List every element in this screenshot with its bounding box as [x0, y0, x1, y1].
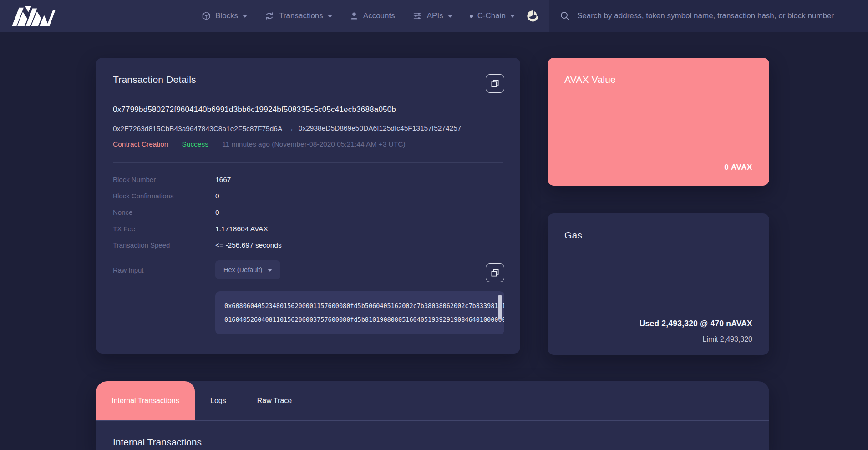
tab-internal-transactions[interactable]: Internal Transactions — [96, 381, 195, 420]
chevron-down-icon — [448, 15, 452, 18]
row-block-number: Block Number 1667 — [113, 176, 503, 192]
transaction-type: Contract Creation — [113, 140, 168, 148]
row-transaction-speed: Transaction Speed <= -256.697 seconds — [113, 241, 503, 258]
encoding-select[interactable]: Hex (Default) — [215, 260, 280, 279]
copy-raw-input-button[interactable] — [486, 263, 504, 282]
search-input[interactable] — [577, 11, 859, 20]
gas-card: Gas Used 2,493,320 @ 470 nAVAX Limit 2,4… — [548, 213, 769, 355]
transaction-details-card: Transaction Details 0x7799bd580272f96041… — [96, 58, 520, 354]
transaction-timestamp: 11 minutes ago (November-08-2020 05:21:4… — [222, 140, 406, 148]
transaction-addresses: 0x2E7263d815CbB43a9647843C8a1e2F5c87F75d… — [113, 124, 503, 133]
nav-label-accounts: Accounts — [363, 11, 395, 20]
nav-item-chain-selector[interactable]: C-Chain — [470, 11, 515, 20]
avalanche-logo-icon — [12, 6, 56, 26]
top-navbar: Blocks Transactions Accounts APIs — [0, 0, 868, 32]
row-block-confirmations: Block Confirmations 0 — [113, 192, 503, 208]
avax-value-title: AVAX Value — [564, 74, 752, 85]
transaction-details-title: Transaction Details — [113, 74, 503, 85]
gas-title: Gas — [564, 230, 752, 241]
divider — [113, 162, 503, 163]
chain-dot-icon — [470, 15, 473, 18]
copy-hash-button[interactable] — [486, 74, 504, 93]
moon-icon — [527, 10, 539, 22]
encoding-selected-value: Hex (Default) — [223, 266, 262, 273]
row-value: <= -256.697 seconds — [215, 241, 282, 249]
row-label: Block Number — [113, 176, 215, 183]
to-address-link[interactable]: 0x2938eD5D869e50DA6f125dfc45F13157f52742… — [299, 124, 462, 133]
global-search — [549, 0, 868, 32]
nav-label-transactions: Transactions — [279, 11, 323, 20]
raw-input-line: 0160405260408110156200003757600080fd5b81… — [224, 313, 491, 326]
row-label: TX Fee — [113, 225, 215, 233]
transaction-status-line: Contract Creation Success 11 minutes ago… — [113, 140, 503, 148]
dark-mode-toggle[interactable] — [527, 10, 539, 22]
row-label: Nonce — [113, 208, 215, 216]
nav-label-blocks: Blocks — [215, 11, 238, 20]
row-value: 0 — [215, 192, 219, 200]
tab-bar: Internal Transactions Logs Raw Trace — [96, 381, 769, 421]
gas-used-value: Used 2,493,320 @ 470 nAVAX — [640, 319, 752, 329]
avax-amount: 0 AVAX — [724, 163, 752, 172]
detail-rows: Block Number 1667 Block Confirmations 0 … — [113, 176, 503, 258]
status-badge: Success — [182, 140, 208, 148]
row-tx-fee: TX Fee 1.1718604 AVAX — [113, 225, 503, 241]
nav-item-accounts[interactable]: Accounts — [350, 11, 395, 20]
nav-item-apis[interactable]: APIs — [412, 11, 452, 20]
raw-input-hex-box[interactable]: 0x60806040523480156200001157600080fd5b50… — [215, 291, 504, 334]
row-value: 0 — [215, 208, 219, 217]
search-icon — [559, 10, 570, 21]
person-icon — [350, 11, 359, 20]
copy-icon — [491, 268, 499, 277]
chevron-down-icon — [243, 15, 247, 18]
chevron-down-icon — [268, 269, 272, 272]
transfer-arrows-icon — [264, 11, 274, 20]
nav-label-c-chain: C-Chain — [477, 11, 506, 20]
tab-logs[interactable]: Logs — [195, 381, 242, 420]
copy-icon — [491, 79, 499, 88]
arrow-right-icon: → — [287, 125, 294, 133]
tab-raw-trace[interactable]: Raw Trace — [242, 381, 307, 420]
avax-value-card: AVAX Value 0 AVAX — [548, 58, 769, 186]
row-label: Block Confirmations — [113, 192, 215, 200]
row-value: 1667 — [215, 176, 231, 184]
nav-menu: Blocks Transactions Accounts APIs — [202, 11, 515, 20]
gas-limit-value: Limit 2,493,320 — [703, 335, 752, 344]
nav-item-blocks[interactable]: Blocks — [202, 11, 247, 20]
row-value: 1.1718604 AVAX — [215, 225, 268, 233]
row-nonce: Nonce 0 — [113, 208, 503, 225]
hex-box-scrollbar[interactable] — [498, 295, 502, 319]
nav-label-apis: APIs — [427, 11, 443, 20]
api-sliders-icon — [412, 11, 422, 20]
nav-item-transactions[interactable]: Transactions — [264, 11, 332, 20]
row-label: Transaction Speed — [113, 241, 215, 249]
transaction-hash: 0x7799bd580272f9604140b6991d3bb6c19924bf… — [113, 105, 503, 114]
raw-input-line: 0x60806040523480156200001157600080fd5b50… — [224, 299, 491, 313]
raw-input-label: Raw Input — [113, 260, 215, 274]
raw-input-row: Raw Input Hex (Default) — [113, 260, 503, 279]
chevron-down-icon — [328, 15, 332, 18]
chevron-down-icon — [510, 15, 515, 18]
avalanche-logo[interactable] — [12, 6, 56, 26]
internal-transactions-heading: Internal Transactions — [113, 437, 769, 448]
transaction-tabs-panel: Internal Transactions Logs Raw Trace Int… — [96, 381, 769, 450]
cube-icon — [202, 11, 211, 20]
from-address: 0x2E7263d815CbB43a9647843C8a1e2F5c87F75d… — [113, 125, 282, 133]
